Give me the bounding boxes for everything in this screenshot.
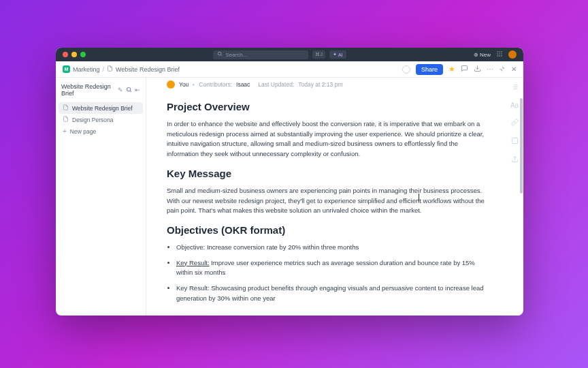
- window-close-dot[interactable]: [63, 52, 68, 57]
- window-minimize-dot[interactable]: [71, 52, 77, 57]
- key-result-underlined: Key Result:: [176, 259, 210, 266]
- svg-point-0: [218, 52, 222, 55]
- sidebar-item-design-persona[interactable]: Design Persona: [59, 114, 143, 125]
- outline-icon[interactable]: [511, 83, 519, 92]
- heading-objectives[interactable]: Objectives (OKR format): [167, 224, 485, 236]
- typography-icon[interactable]: Aa: [510, 102, 519, 109]
- window-zoom-dot[interactable]: [80, 52, 86, 57]
- svg-point-8: [497, 55, 498, 57]
- svg-line-13: [130, 91, 131, 92]
- meta-separator: [193, 84, 195, 86]
- export-icon[interactable]: [511, 155, 519, 164]
- sidebar-item-website-redesign-brief[interactable]: Website Redesign Brief: [59, 102, 143, 114]
- sparkle-icon: ✦: [333, 52, 337, 57]
- document-scroll[interactable]: You Contributors: Isaac Last Updated: To…: [146, 78, 506, 316]
- meta-updated-value: Today at 2:13 pm: [298, 81, 342, 88]
- document-meta: You Contributors: Isaac Last Updated: To…: [167, 78, 485, 95]
- meta-updated-label: Last Updated:: [258, 81, 294, 88]
- sidebar: Website Redesign Brief ✎ ⇤ Website Redes…: [56, 78, 146, 316]
- heading-project-overview[interactable]: Project Overview: [167, 101, 485, 112]
- plus-circle-icon: ⊕: [474, 52, 478, 58]
- user-avatar[interactable]: [508, 50, 517, 59]
- svg-point-3: [499, 51, 500, 52]
- list-item[interactable]: Key Result: Improve user experience metr…: [176, 258, 485, 278]
- svg-point-9: [499, 55, 500, 57]
- global-search[interactable]: Search...: [213, 50, 308, 59]
- download-icon[interactable]: [474, 65, 481, 74]
- link-icon[interactable]: [511, 119, 519, 127]
- search-icon: [217, 51, 223, 58]
- ai-label: AI: [338, 52, 343, 57]
- comment-icon[interactable]: [461, 65, 468, 74]
- key-result-text: Improve user experience metrics such as …: [176, 259, 475, 277]
- document-icon: [63, 104, 69, 112]
- wand-icon[interactable]: ✎: [118, 87, 123, 93]
- search-shortcut-pill: ⌘J: [312, 50, 325, 59]
- sidebar-item-label: New page: [70, 128, 96, 135]
- search-small-icon[interactable]: [126, 87, 132, 94]
- text-cursor: [419, 194, 419, 202]
- svg-point-2: [497, 51, 498, 52]
- sidebar-title-row: Website Redesign Brief ✎ ⇤: [59, 82, 143, 98]
- meta-contrib-value: Isaac: [236, 81, 250, 88]
- collapse-icon[interactable]: [499, 65, 506, 74]
- new-button[interactable]: ⊕ New: [474, 52, 491, 58]
- document-icon: [107, 65, 113, 73]
- breadcrumb-separator: /: [103, 66, 105, 73]
- paragraph-key-message[interactable]: Small and medium-sized business owners a…: [167, 186, 485, 216]
- list-item[interactable]: Key Result: Showcasing product benefits …: [176, 283, 485, 303]
- document-area: You Contributors: Isaac Last Updated: To…: [146, 78, 523, 316]
- heading-key-message[interactable]: Key Message: [167, 168, 485, 179]
- sidebar-list: Website Redesign Brief Design Persona + …: [59, 102, 143, 137]
- paragraph-overview[interactable]: In order to enhance the website and effe…: [167, 119, 485, 159]
- app-window: Search... ⌘J ✦ AI ⊕ New M Marketing /: [56, 48, 523, 316]
- tag-icon[interactable]: [402, 65, 410, 74]
- document-icon: [63, 116, 69, 123]
- author-avatar[interactable]: [167, 80, 175, 89]
- new-label: New: [480, 52, 491, 58]
- plus-icon: +: [63, 127, 67, 135]
- svg-point-5: [497, 53, 498, 55]
- meta-contrib-label: Contributors:: [199, 81, 232, 88]
- titlebar: Search... ⌘J ✦ AI ⊕ New: [56, 48, 523, 61]
- svg-point-10: [501, 55, 502, 57]
- breadcrumb: M Marketing / Website Redesign Brief: [63, 65, 180, 73]
- ai-button[interactable]: ✦ AI: [329, 50, 346, 59]
- breadcrumb-workspace[interactable]: Marketing: [73, 66, 100, 73]
- sidebar-item-label: Design Persona: [72, 117, 113, 123]
- scrollbar[interactable]: [520, 98, 523, 194]
- attachment-icon[interactable]: [511, 137, 519, 146]
- svg-line-1: [221, 55, 222, 56]
- list-item[interactable]: Objective: Increase conversion rate by 2…: [176, 243, 485, 253]
- page-toolbar: M Marketing / Website Redesign Brief Sha…: [56, 61, 523, 78]
- collapse-sidebar-icon[interactable]: ⇤: [135, 87, 140, 93]
- objectives-list: Objective: Increase conversion rate by 2…: [167, 243, 485, 304]
- content-row: Website Redesign Brief ✎ ⇤ Website Redes…: [56, 78, 523, 316]
- apps-grid-icon[interactable]: [496, 50, 503, 59]
- svg-point-6: [499, 53, 500, 55]
- sidebar-title: Website Redesign Brief: [61, 83, 112, 97]
- breadcrumb-page[interactable]: Website Redesign Brief: [116, 66, 180, 73]
- svg-point-4: [501, 51, 502, 52]
- share-button[interactable]: Share: [416, 64, 443, 75]
- svg-rect-20: [512, 138, 517, 143]
- svg-point-7: [501, 53, 502, 55]
- sidebar-item-label: Website Redesign Brief: [72, 105, 133, 112]
- close-icon[interactable]: ✕: [511, 65, 517, 73]
- meta-you: You: [179, 81, 189, 88]
- more-icon[interactable]: ⋯: [487, 65, 493, 73]
- svg-point-12: [127, 87, 131, 91]
- search-placeholder: Search...: [225, 52, 247, 58]
- workspace-chip[interactable]: M: [63, 65, 70, 73]
- star-icon[interactable]: ★: [448, 65, 455, 74]
- sidebar-new-page[interactable]: + New page: [59, 125, 143, 137]
